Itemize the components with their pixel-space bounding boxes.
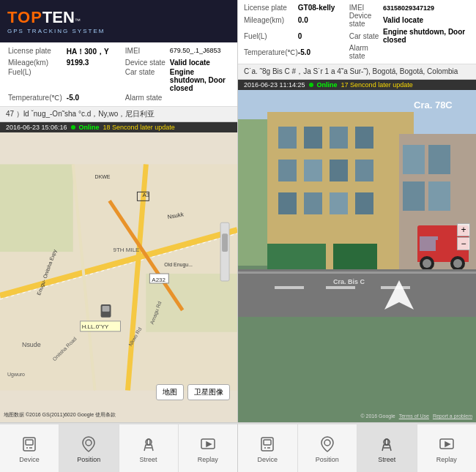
device-icon bbox=[19, 434, 40, 454]
logo-top: TOP bbox=[7, 8, 42, 27]
svg-rect-77 bbox=[264, 440, 271, 445]
satellite-view-btn[interactable]: 卫星图像 bbox=[187, 384, 230, 400]
left-info-box: License plate HA！300，Y IMEI 679.50_.1_J6… bbox=[0, 42, 237, 107]
online-dot bbox=[71, 125, 75, 130]
right-street-label: Street bbox=[378, 456, 395, 463]
svg-rect-31 bbox=[278, 127, 297, 149]
svg-rect-34 bbox=[355, 127, 373, 149]
svg-rect-27 bbox=[222, 233, 228, 252]
svg-marker-85 bbox=[445, 442, 450, 446]
device-state-value: Valid locate bbox=[168, 58, 231, 67]
svg-rect-26 bbox=[220, 222, 229, 281]
r-alarm-label: Alarm state bbox=[349, 44, 383, 60]
car-state-label: Car state bbox=[123, 67, 168, 93]
temp-label: Temperature(℃) bbox=[6, 93, 64, 102]
r-temp-label: Temperature(℃) bbox=[244, 44, 298, 60]
r-position-icon bbox=[317, 434, 338, 454]
alarm-label: Alarm state bbox=[123, 93, 168, 102]
svg-point-71 bbox=[146, 439, 152, 445]
right-update: 17 Sencond later update bbox=[341, 81, 413, 89]
right-toolbar-device[interactable]: Device bbox=[238, 424, 298, 472]
svg-rect-33 bbox=[330, 127, 348, 149]
r-lp-value: GT08-kelly bbox=[298, 4, 349, 12]
r-street-icon bbox=[376, 434, 397, 454]
svg-rect-41 bbox=[330, 192, 348, 214]
svg-rect-52 bbox=[420, 236, 438, 251]
svg-rect-46 bbox=[403, 145, 425, 174]
lp-value: HA！300，Y bbox=[64, 46, 123, 58]
svg-point-55 bbox=[423, 259, 431, 268]
svg-point-70 bbox=[86, 440, 92, 446]
svg-text:A232: A232 bbox=[152, 277, 166, 283]
svg-rect-39 bbox=[278, 192, 297, 214]
left-toolbar-replay[interactable]: Replay bbox=[179, 424, 237, 472]
r-imei-label: IMEI bbox=[349, 4, 383, 12]
svg-point-81 bbox=[384, 439, 390, 445]
fuel-label: Fuel(L) bbox=[6, 67, 64, 93]
left-status-bar: 2016-06-23 15:06:16 Online 18 Sencond la… bbox=[0, 122, 237, 132]
right-status-bar: 2016-06-23 11:14:25 Online 17 Sencond la… bbox=[238, 80, 476, 90]
left-toolbar: Device Position Street bbox=[0, 423, 238, 472]
svg-text:Old Enugu...: Old Enugu... bbox=[164, 262, 193, 268]
right-toolbar-replay[interactable]: Replay bbox=[417, 424, 477, 472]
right-position-label: Position bbox=[316, 456, 339, 463]
r-device-state-value: Valid locate bbox=[383, 12, 470, 28]
right-toolbar: Device Position Street bbox=[238, 423, 476, 472]
left-toolbar-position[interactable]: Position bbox=[59, 424, 119, 472]
sv-copyright2[interactable]: Terms of Use bbox=[399, 413, 429, 419]
left-replay-label: Replay bbox=[198, 456, 218, 463]
toolbars: Device Position Street bbox=[0, 422, 476, 472]
map-copyright: 地图数据 ©2016 GS(2011)6020 Google 使用条款 bbox=[4, 411, 116, 419]
r-mileage-label: Mileage(km) bbox=[244, 12, 298, 28]
left-address: 47 ）ld ˇnug_-On˜sha °c.d，Ny,wo，尼日利亚 bbox=[0, 107, 237, 122]
svg-rect-48 bbox=[403, 181, 425, 211]
logo-bar: TOP TEN ™ GPS TRACKING SYSTEM bbox=[0, 0, 237, 42]
sv-zoom: + − bbox=[457, 223, 470, 251]
left-update: 18 Sencond later update bbox=[103, 124, 175, 131]
left-street-label: Street bbox=[140, 456, 157, 463]
r-temp-value: -5.0 bbox=[298, 44, 349, 60]
left-device-label: Device bbox=[19, 456, 40, 463]
lp-label: License plate bbox=[6, 46, 64, 58]
svg-rect-37 bbox=[330, 160, 348, 181]
right-toolbar-street[interactable]: Street bbox=[357, 424, 417, 472]
svg-rect-40 bbox=[304, 192, 322, 214]
sv-zoom-out[interactable]: − bbox=[457, 237, 470, 250]
r-alarm-value bbox=[383, 44, 470, 60]
mileage-value: 9199.3 bbox=[64, 58, 123, 67]
svg-text:Nsude: Nsude bbox=[22, 341, 41, 348]
right-panel: License plate GT08-kelly IMEI 6315802934… bbox=[238, 0, 476, 422]
right-device-label: Device bbox=[257, 456, 278, 463]
r-lp-label: License plate bbox=[244, 4, 298, 12]
svg-rect-23 bbox=[103, 306, 110, 312]
sv-zoom-in[interactable]: + bbox=[457, 223, 470, 236]
left-panel: TOP TEN ™ GPS TRACKING SYSTEM License pl… bbox=[0, 0, 238, 422]
street-view[interactable]: Cra. Bis C Cra. 78C + − © 2016 Google Te… bbox=[238, 90, 476, 422]
svg-text:Cra. 78C: Cra. 78C bbox=[414, 100, 453, 110]
right-address: C˙a. ˜8g Bis C #，Ja S˙r 1 a 4˜a Sur-˜), … bbox=[238, 64, 476, 80]
right-toolbar-position[interactable]: Position bbox=[298, 424, 358, 472]
r-mileage-value: 0.0 bbox=[298, 12, 349, 28]
svg-rect-58 bbox=[238, 269, 476, 317]
left-toolbar-street[interactable]: Street bbox=[119, 424, 179, 472]
left-toolbar-device[interactable]: Device bbox=[0, 424, 59, 472]
logo-ten: TEN bbox=[42, 8, 75, 27]
svg-point-82 bbox=[385, 439, 388, 445]
r-device-state-label: Device state bbox=[349, 12, 383, 28]
map-buttons: 地图 卫星图像 bbox=[156, 384, 230, 400]
sv-copyright3[interactable]: Report a problem bbox=[433, 413, 472, 419]
device-state-label: Device state bbox=[123, 58, 168, 67]
alarm-value bbox=[168, 93, 231, 102]
right-info-box: License plate GT08-kelly IMEI 6315802934… bbox=[238, 0, 476, 64]
svg-rect-47 bbox=[428, 145, 450, 174]
map-view-btn[interactable]: 地图 bbox=[156, 384, 184, 400]
svg-point-80 bbox=[324, 440, 330, 446]
left-map[interactable]: Nsukk Enugu- Onitsha Expy DKWE A3 Old En… bbox=[0, 132, 237, 422]
svg-point-57 bbox=[453, 259, 462, 268]
right-online: Online bbox=[317, 81, 338, 89]
logo-tm: ™ bbox=[75, 18, 81, 24]
svg-rect-35 bbox=[278, 160, 297, 181]
r-fuel-value: 0 bbox=[298, 28, 349, 44]
r-car-state-label: Car state bbox=[349, 28, 383, 44]
svg-rect-38 bbox=[355, 160, 373, 181]
